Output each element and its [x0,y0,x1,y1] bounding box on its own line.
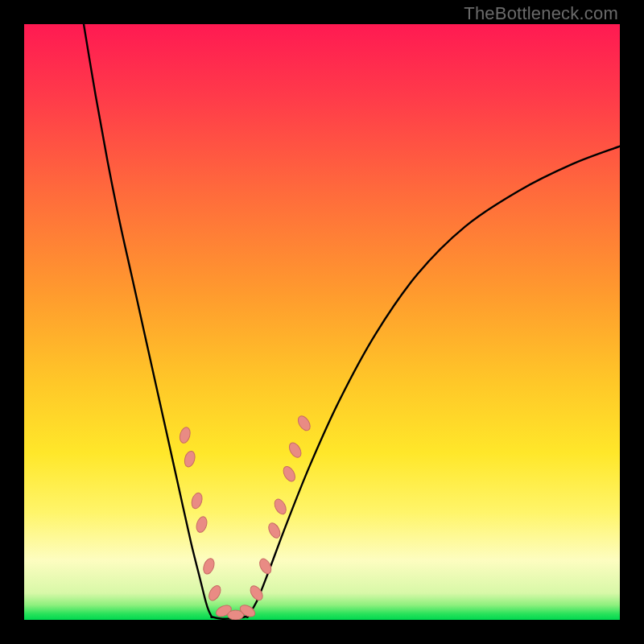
highlight-pill [281,464,297,483]
plot-area [24,24,620,620]
marker-group [178,414,312,620]
highlight-pill [178,426,192,444]
highlight-pill [195,515,208,534]
chart-stage: TheBottleneck.com [0,0,644,644]
highlight-pill [183,450,196,469]
highlight-pill [266,521,283,539]
highlight-pill [190,492,204,510]
curve-layer [24,24,620,620]
highlight-pill [272,497,288,516]
highlight-pill [207,584,223,602]
watermark-text: TheBottleneck.com [464,3,618,24]
highlight-pill [258,557,274,576]
highlight-pill [287,440,303,459]
highlight-pill [201,557,216,576]
curve-group [84,24,620,619]
bottleneck-curve [84,24,620,619]
highlight-pill [295,414,312,432]
